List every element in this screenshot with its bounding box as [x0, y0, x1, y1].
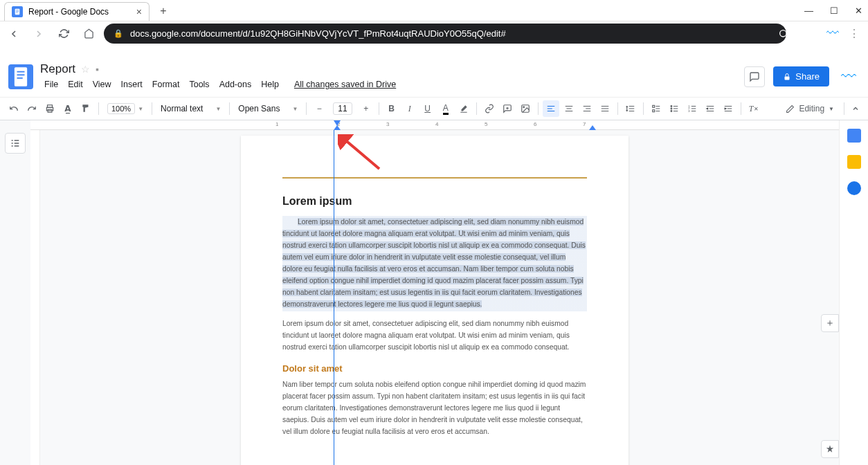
- underline-button[interactable]: U: [419, 100, 436, 117]
- share-label: Share: [795, 71, 820, 82]
- heading-1[interactable]: Lorem ipsum: [282, 195, 587, 208]
- svg-text:3: 3: [688, 109, 690, 113]
- font-size-decrease[interactable]: −: [311, 100, 327, 117]
- editing-mode-button[interactable]: Editing ▼: [780, 102, 840, 116]
- close-window-button[interactable]: ✕: [855, 6, 862, 16]
- insert-link-button[interactable]: [481, 100, 498, 117]
- right-indent-marker[interactable]: [589, 125, 596, 130]
- svg-rect-0: [15, 9, 20, 15]
- svg-rect-1: [16, 10, 19, 11]
- svg-point-19: [671, 111, 672, 112]
- font-select[interactable]: Open Sans▼: [234, 104, 302, 113]
- undo-button[interactable]: [6, 100, 22, 117]
- search-icon[interactable]: [778, 28, 789, 39]
- minimize-button[interactable]: —: [804, 6, 813, 16]
- spellcheck-button[interactable]: A̲: [60, 100, 76, 117]
- left-indent-marker[interactable]: [334, 125, 341, 130]
- outline-button[interactable]: [5, 133, 26, 154]
- menu-addons[interactable]: Add-ons: [215, 78, 256, 91]
- comments-button[interactable]: [744, 66, 765, 87]
- browser-tab[interactable]: Report - Google Docs ×: [4, 2, 150, 21]
- menu-tools[interactable]: Tools: [185, 78, 213, 91]
- menu-insert[interactable]: Insert: [117, 78, 147, 91]
- zoom-select[interactable]: 100%▼: [103, 103, 147, 114]
- redo-button[interactable]: [24, 100, 40, 117]
- tasks-addon-icon[interactable]: [847, 181, 861, 195]
- align-right-button[interactable]: [579, 100, 595, 117]
- pencil-icon: [786, 104, 795, 113]
- paragraph[interactable]: Lorem ipsum dolor sit amet, consectetuer…: [282, 318, 587, 354]
- menu-format[interactable]: Format: [148, 78, 184, 91]
- side-panel: [839, 120, 868, 465]
- save-status[interactable]: All changes saved in Drive: [290, 78, 400, 91]
- back-button[interactable]: [4, 24, 24, 44]
- numbered-list-button[interactable]: 123: [684, 100, 700, 117]
- docs-favicon-icon: [12, 6, 23, 17]
- profile-avatar[interactable]: 〰: [838, 66, 860, 88]
- tab-title: Report - Google Docs: [28, 7, 109, 17]
- print-button[interactable]: [42, 100, 58, 117]
- home-button[interactable]: [79, 24, 98, 44]
- bold-button[interactable]: B: [383, 100, 400, 117]
- menu-file[interactable]: File: [40, 78, 62, 91]
- italic-button[interactable]: I: [401, 100, 418, 117]
- explore-button[interactable]: [821, 440, 839, 458]
- font-size-select[interactable]: 11: [329, 102, 356, 115]
- decrease-indent-button[interactable]: [702, 100, 718, 117]
- paragraph[interactable]: Nam liber tempor cum soluta nobis eleife…: [282, 379, 587, 438]
- paint-format-button[interactable]: [78, 100, 94, 117]
- document-title[interactable]: Report: [40, 62, 75, 76]
- paragraph-selected[interactable]: Lorem ipsum dolor sit amet, consectetuer…: [282, 216, 587, 311]
- insert-image-button[interactable]: [517, 100, 534, 117]
- collapse-toolbar-button[interactable]: [849, 104, 862, 113]
- maximize-button[interactable]: ☐: [830, 6, 838, 16]
- bullet-list-button[interactable]: [666, 100, 682, 117]
- highlight-button[interactable]: [455, 100, 472, 117]
- align-center-button[interactable]: [561, 100, 577, 117]
- svg-point-18: [671, 108, 672, 109]
- svg-rect-7: [17, 74, 25, 75]
- text-color-button[interactable]: A: [437, 100, 454, 117]
- docs-logo-icon[interactable]: [8, 64, 33, 89]
- move-folder-icon[interactable]: ▪: [96, 64, 99, 75]
- add-comment-side-button[interactable]: ＋: [821, 314, 839, 332]
- align-left-button[interactable]: [543, 100, 559, 117]
- star-icon[interactable]: ☆: [81, 64, 90, 75]
- line-spacing-button[interactable]: [622, 100, 639, 117]
- svg-rect-5: [15, 67, 27, 86]
- menu-help[interactable]: Help: [257, 78, 283, 91]
- document-page[interactable]: Lorem ipsum Lorem ipsum dolor sit amet, …: [241, 136, 629, 465]
- checklist-button[interactable]: [648, 100, 664, 117]
- forward-button[interactable]: [29, 24, 48, 44]
- menu-view[interactable]: View: [89, 78, 116, 91]
- new-tab-button[interactable]: +: [154, 1, 173, 21]
- window-controls: — ☐ ✕: [804, 0, 868, 21]
- menu-edit[interactable]: Edit: [64, 78, 87, 91]
- vertical-ruler[interactable]: [30, 130, 40, 465]
- font-size-increase[interactable]: +: [358, 100, 374, 117]
- horizontal-ruler[interactable]: 0.81 1 2 3 4 5 6 7: [30, 120, 839, 130]
- address-bar[interactable]: 🔒 docs.google.com/document/d/1u92QH8GiHN…: [104, 24, 786, 44]
- docs-header: Report ☆ ▪ File Edit View Insert Format …: [0, 57, 868, 97]
- browser-menu-button[interactable]: ⋮: [849, 27, 860, 40]
- document-scroll[interactable]: 0.81 1 2 3 4 5 6 7 Lorem ipsum Lorem ips…: [30, 120, 839, 465]
- svg-point-4: [780, 30, 786, 36]
- style-select[interactable]: Normal text▼: [156, 104, 225, 113]
- clear-formatting-button[interactable]: T✕: [745, 100, 762, 117]
- share-button[interactable]: Share: [773, 66, 829, 86]
- align-justify-button[interactable]: [597, 100, 613, 117]
- svg-rect-3: [16, 12, 18, 13]
- heading-2[interactable]: Dolor sit amet: [282, 363, 587, 374]
- reload-button[interactable]: [54, 24, 73, 44]
- url-text: docs.google.com/document/d/1u92QH8GiHNbV…: [130, 28, 506, 39]
- extension-icon[interactable]: 〰: [826, 26, 839, 41]
- tab-close-button[interactable]: ×: [136, 6, 142, 17]
- keep-addon-icon[interactable]: [847, 155, 861, 169]
- insert-comment-button[interactable]: [499, 100, 516, 117]
- svg-point-14: [523, 107, 524, 108]
- calendar-addon-icon[interactable]: [847, 129, 861, 143]
- document-container: 0.81 1 2 3 4 5 6 7 Lorem ipsum Lorem ips…: [0, 120, 868, 465]
- svg-rect-15: [652, 105, 654, 107]
- increase-indent-button[interactable]: [720, 100, 736, 117]
- bookmark-star-icon[interactable]: ☆: [802, 27, 811, 40]
